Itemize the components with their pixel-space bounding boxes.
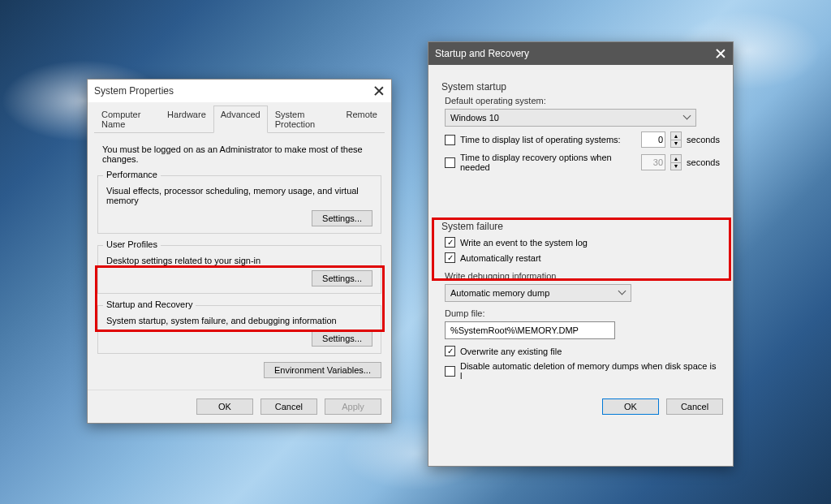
system-failure-heading: System failure xyxy=(441,221,720,232)
dump-file-label: Dump file: xyxy=(445,308,720,318)
time-os-list-value[interactable]: 0 xyxy=(641,131,665,148)
time-recovery-value[interactable]: 30 xyxy=(641,154,665,170)
titlebar[interactable]: Startup and Recovery xyxy=(428,42,733,65)
system-startup-heading: System startup xyxy=(441,81,720,93)
system-properties-window: System Properties Computer Name Hardware… xyxy=(87,79,392,424)
user-profiles-desc: Desktop settings related to your sign-in xyxy=(106,256,372,265)
admin-note: You must be logged on as an Administrato… xyxy=(102,144,381,164)
tab-system-protection[interactable]: System Protection xyxy=(268,106,339,132)
seconds-label: seconds xyxy=(687,157,720,167)
dialog-footer: OK Cancel xyxy=(428,389,733,424)
time-os-list-checkbox[interactable] xyxy=(445,135,455,145)
cancel-button[interactable]: Cancel xyxy=(666,398,723,415)
environment-variables-button[interactable]: Environment Variables... xyxy=(264,362,381,378)
chevron-down-icon xyxy=(684,114,691,121)
performance-group: Performance Visual effects, processor sc… xyxy=(97,175,381,234)
performance-title: Performance xyxy=(103,170,161,179)
tab-hardware[interactable]: Hardware xyxy=(160,106,213,132)
auto-restart-checkbox[interactable] xyxy=(445,252,455,263)
tab-advanced[interactable]: Advanced xyxy=(213,106,268,133)
default-os-label: Default operating system: xyxy=(445,96,720,106)
default-os-select[interactable]: Windows 10 xyxy=(445,109,696,127)
time-recovery-label: Time to display recovery options when ne… xyxy=(460,153,636,172)
recovery-content: System startup Default operating system:… xyxy=(428,65,733,389)
startup-recovery-desc: System startup, system failure, and debu… xyxy=(106,316,372,325)
close-icon[interactable] xyxy=(715,48,726,59)
dump-file-input[interactable]: %SystemRoot%\MEMORY.DMP xyxy=(445,321,615,339)
performance-settings-button[interactable]: Settings... xyxy=(312,210,372,226)
write-event-checkbox[interactable] xyxy=(445,237,455,248)
time-recovery-spinner[interactable]: ▲▼ xyxy=(670,154,682,170)
chevron-down-icon xyxy=(619,290,626,296)
tab-remote[interactable]: Remote xyxy=(338,106,385,132)
user-profiles-title: User Profiles xyxy=(103,239,161,249)
ok-button[interactable]: OK xyxy=(602,398,659,415)
dump-type-select[interactable]: Automatic memory dump xyxy=(445,284,631,302)
overwrite-checkbox[interactable] xyxy=(445,346,455,356)
cancel-button[interactable]: Cancel xyxy=(260,398,317,415)
startup-recovery-window: Startup and Recovery System startup Defa… xyxy=(428,41,734,467)
apply-button[interactable]: Apply xyxy=(325,398,381,415)
time-os-list-label: Time to display list of operating system… xyxy=(460,135,636,144)
auto-restart-label: Automatically restart xyxy=(460,253,541,263)
performance-desc: Visual effects, processor scheduling, me… xyxy=(106,186,372,205)
dump-type-value: Automatic memory dump xyxy=(450,288,549,298)
dialog-footer: OK Cancel Apply xyxy=(88,390,391,423)
startup-recovery-group: Startup and Recovery System startup, sys… xyxy=(97,305,381,354)
close-icon[interactable] xyxy=(373,85,385,97)
write-event-label: Write an event to the system log xyxy=(460,238,588,248)
ok-button[interactable]: OK xyxy=(196,398,253,415)
advanced-tab-content: You must be logged on as an Administrato… xyxy=(88,133,391,385)
disable-auto-delete-label: Disable automatic deletion of memory dum… xyxy=(460,361,720,381)
tab-computer-name[interactable]: Computer Name xyxy=(94,106,160,132)
time-os-list-spinner[interactable]: ▲▼ xyxy=(670,131,682,148)
overwrite-label: Overwrite any existing file xyxy=(460,347,562,356)
user-profiles-group: User Profiles Desktop settings related t… xyxy=(97,245,381,294)
time-recovery-checkbox[interactable] xyxy=(445,157,455,168)
tabs: Computer Name Hardware Advanced System P… xyxy=(94,106,385,133)
startup-recovery-settings-button[interactable]: Settings... xyxy=(312,330,372,347)
disable-auto-delete-checkbox[interactable] xyxy=(445,366,455,377)
window-title: Startup and Recovery xyxy=(435,48,529,59)
window-title: System Properties xyxy=(94,85,174,97)
dump-file-value: %SystemRoot%\MEMORY.DMP xyxy=(450,325,579,335)
seconds-label: seconds xyxy=(687,135,720,144)
default-os-value: Windows 10 xyxy=(450,113,499,123)
titlebar[interactable]: System Properties xyxy=(88,80,391,102)
write-debug-heading: Write debugging information xyxy=(445,271,720,281)
user-profiles-settings-button[interactable]: Settings... xyxy=(312,270,372,286)
startup-recovery-title: Startup and Recovery xyxy=(103,299,196,309)
